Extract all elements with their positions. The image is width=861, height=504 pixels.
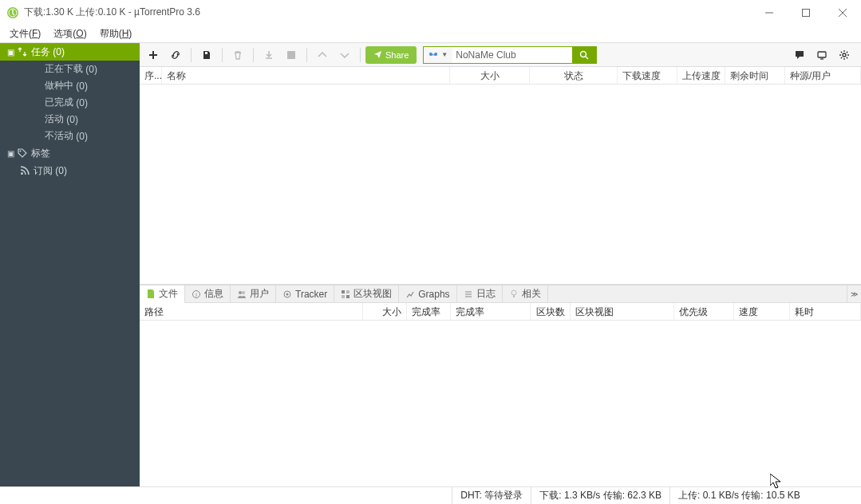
detail-tabs: 文件 i信息 用户 Tracker 区块视图 Graphs 日志 相关 ≫	[140, 285, 861, 303]
svg-rect-12	[818, 52, 826, 57]
tab-log[interactable]: 日志	[457, 285, 503, 302]
dcol-priority[interactable]: 优先级	[674, 303, 734, 320]
move-up-button[interactable]	[312, 45, 333, 65]
separator	[191, 48, 192, 62]
move-down-button[interactable]	[334, 45, 355, 65]
sidebar-item-tasks[interactable]: ▣ 任务 (0)	[0, 43, 140, 61]
dcol-size[interactable]: 大小	[363, 303, 407, 320]
svg-point-20	[286, 293, 289, 295]
dcol-pieces[interactable]: 区块数	[531, 303, 571, 320]
files-list-body[interactable]	[140, 321, 861, 486]
tag-icon	[17, 148, 28, 158]
create-torrent-button[interactable]	[196, 45, 217, 65]
search-icon	[579, 50, 589, 60]
add-torrent-button[interactable]	[143, 45, 164, 65]
sidebar-item-label: 订阅	[34, 164, 53, 178]
tab-tracker[interactable]: Tracker	[276, 285, 334, 302]
gear-icon	[839, 49, 850, 61]
torrent-list-header[interactable]: 序... 名称 大小 状态 下载速度 上传速度 剩余时间 种源/用户	[140, 67, 861, 85]
col-ulspeed[interactable]: 上传速度	[677, 67, 725, 84]
window-controls	[751, 0, 861, 25]
search-input[interactable]	[452, 47, 572, 63]
sidebar-item-inactive[interactable]: 不活动 (0)	[0, 128, 140, 144]
status-download[interactable]: 下载: 1.3 KB/s 传输: 62.3 KB	[531, 487, 669, 504]
close-button[interactable]	[824, 0, 861, 25]
col-ord[interactable]: 序...	[140, 67, 162, 84]
rss-icon	[19, 166, 30, 175]
tab-related[interactable]: 相关	[503, 285, 548, 302]
tracker-icon	[282, 289, 292, 299]
info-icon: i	[192, 289, 201, 299]
col-peers[interactable]: 种源/用户	[785, 67, 861, 84]
status-upload[interactable]: 上传: 0.1 KB/s 传输: 10.5 KB	[669, 487, 861, 504]
search-button[interactable]	[572, 47, 596, 63]
settings-button[interactable]	[834, 45, 855, 65]
chat-button[interactable]	[789, 45, 810, 65]
menubar: 文件(F) 选项(O) 帮助(H)	[0, 25, 861, 42]
svg-rect-8	[205, 52, 207, 54]
share-icon	[373, 50, 382, 59]
col-status[interactable]: 状态	[530, 67, 618, 84]
remove-button[interactable]	[227, 45, 248, 65]
svg-point-10	[581, 51, 587, 57]
tab-info[interactable]: i信息	[185, 285, 231, 302]
files-list-header[interactable]: 路径 大小 完成率 完成率 区块数 区块视图 优先级 速度 耗时	[140, 303, 861, 321]
bulb-icon	[509, 289, 519, 299]
tab-files[interactable]: 文件	[140, 285, 185, 303]
separator	[222, 48, 223, 62]
app-icon	[6, 6, 19, 19]
svg-rect-23	[342, 295, 345, 298]
dcol-done1[interactable]: 完成率	[407, 303, 451, 320]
sidebar-item-feeds[interactable]: 订阅 (0)	[0, 162, 140, 179]
sidebar-item-seeding[interactable]: 做种中 (0)	[0, 77, 140, 94]
dcol-piecesview[interactable]: 区块视图	[571, 303, 674, 320]
col-dlspeed[interactable]: 下载速度	[618, 67, 677, 84]
svg-text:i: i	[196, 292, 197, 297]
graph-icon	[405, 289, 415, 299]
search-box: ▼	[423, 46, 597, 64]
col-name[interactable]: 名称	[162, 67, 450, 84]
tab-peers[interactable]: 用户	[231, 285, 276, 302]
svg-point-17	[239, 291, 242, 294]
chevron-down-icon: ▼	[441, 51, 448, 58]
svg-rect-29	[513, 295, 515, 297]
svg-rect-24	[346, 295, 350, 298]
minimize-button[interactable]	[751, 0, 788, 25]
status-dht[interactable]: DHT: 等待登录	[452, 487, 531, 504]
peers-icon	[237, 289, 247, 299]
svg-line-11	[586, 57, 588, 59]
file-icon	[146, 289, 156, 299]
svg-rect-3	[803, 9, 810, 16]
col-size[interactable]: 大小	[450, 67, 530, 84]
tab-graphs[interactable]: Graphs	[399, 285, 456, 302]
menu-options[interactable]: 选项(O)	[47, 25, 93, 43]
search-engine-select[interactable]: ▼	[424, 47, 452, 63]
tab-expand-button[interactable]: ≫	[847, 285, 861, 302]
dcol-done2[interactable]: 完成率	[451, 303, 531, 320]
separator	[306, 48, 307, 62]
sidebar-item-downloading[interactable]: 正在下载 (0)	[0, 61, 140, 77]
start-button[interactable]	[259, 45, 279, 65]
maximize-button[interactable]	[788, 0, 824, 25]
menu-file[interactable]: 文件(F)	[3, 25, 47, 43]
col-eta[interactable]: 剩余时间	[725, 67, 785, 84]
updown-icon	[17, 47, 28, 57]
sidebar-item-active[interactable]: 活动 (0)	[0, 111, 140, 128]
remote-button[interactable]	[812, 45, 832, 65]
torrent-list-body[interactable]	[140, 85, 861, 284]
stop-button[interactable]	[281, 45, 302, 65]
share-button[interactable]: Share	[365, 46, 417, 64]
dcol-elapsed[interactable]: 耗时	[790, 303, 861, 320]
dcol-path[interactable]: 路径	[140, 303, 363, 320]
dcol-speed[interactable]: 速度	[734, 303, 790, 320]
menu-help[interactable]: 帮助(H)	[93, 25, 139, 43]
svg-point-7	[21, 172, 23, 175]
svg-rect-22	[346, 290, 350, 293]
tab-pieces[interactable]: 区块视图	[334, 285, 399, 302]
titlebar: 下载:1.30 K 上传:0.10 K - µTorrentPro 3.6	[0, 0, 861, 25]
log-icon	[464, 289, 473, 299]
add-url-button[interactable]	[165, 45, 186, 65]
sidebar-item-completed[interactable]: 已完成 (0)	[0, 94, 140, 111]
sidebar-item-labels[interactable]: ▣ 标签	[0, 144, 140, 162]
detail-pane: 文件 i信息 用户 Tracker 区块视图 Graphs 日志 相关 ≫ 路径…	[140, 285, 861, 486]
